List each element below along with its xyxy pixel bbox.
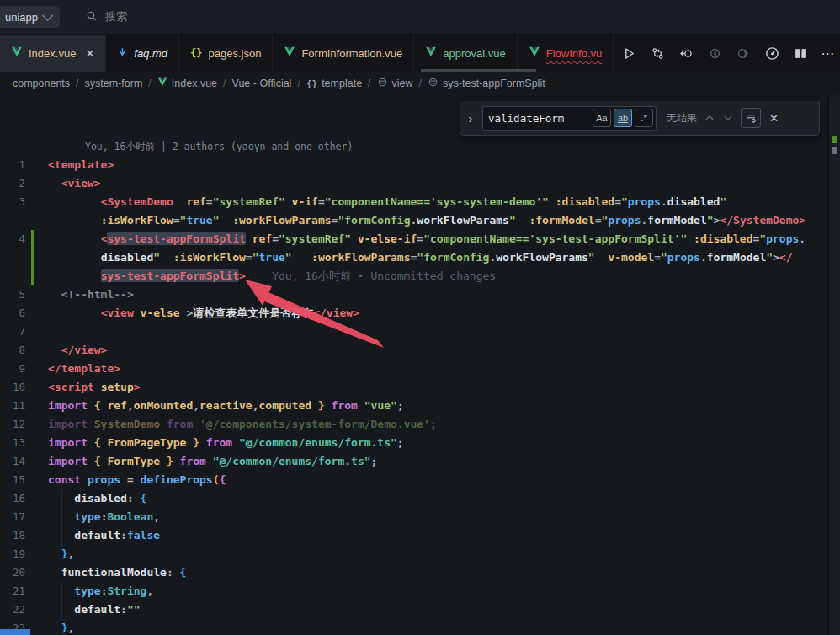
split-editor-icon[interactable] xyxy=(792,45,809,61)
line-number: 2 xyxy=(0,174,25,193)
source-control-graph-icon[interactable] xyxy=(649,45,666,61)
breadcrumb-separator: / xyxy=(76,77,78,89)
vue-icon xyxy=(529,46,540,60)
git-change-bar xyxy=(31,248,34,267)
breadcrumb-separator: / xyxy=(148,77,151,89)
tab-approval-vue[interactable]: approval.vue xyxy=(414,35,517,72)
tab-faq-md[interactable]: faq.md xyxy=(106,35,179,72)
more-actions-icon[interactable]: ⋯ xyxy=(821,45,835,61)
code-line[interactable]: 3 <SystemDemo ref="systemRef" v-if="comp… xyxy=(0,193,840,211)
code-line[interactable]: 19 }, xyxy=(0,545,840,563)
close-icon[interactable]: ✕ xyxy=(769,112,779,125)
editor[interactable]: › Aa ab .* 无结果 ✕ You, 16小时前 | 2 authors … xyxy=(0,95,840,635)
code-line[interactable]: 2 <view> xyxy=(0,174,840,193)
line-number: 20 xyxy=(0,563,25,582)
overview-mark-added xyxy=(832,136,837,143)
line-number: 15 xyxy=(0,471,25,489)
navigate-back-icon[interactable] xyxy=(706,45,723,61)
run-icon[interactable] xyxy=(620,45,637,61)
tab-flowinfo-vue[interactable]: FlowInfo.vu xyxy=(518,35,614,72)
line-number: 8 xyxy=(0,341,25,360)
find-next-icon[interactable] xyxy=(722,112,734,124)
breadcrumb-item[interactable]: {} template xyxy=(306,77,362,89)
global-search[interactable]: 搜索 xyxy=(86,9,127,24)
code-line[interactable]: 10<script setup> xyxy=(0,378,840,397)
whole-word-toggle[interactable]: ab xyxy=(614,109,632,127)
symbol-icon xyxy=(428,77,439,90)
code-line[interactable]: 1<template> xyxy=(0,156,840,174)
breadcrumb-item[interactable]: components xyxy=(13,77,70,89)
open-changes-icon[interactable] xyxy=(678,45,694,61)
run-and-debug-icon[interactable] xyxy=(763,45,780,61)
code-line[interactable]: :isWorkFlow="true" :workFlowParams="form… xyxy=(0,211,840,230)
breadcrumb-item[interactable]: view xyxy=(377,77,413,90)
code-line[interactable]: 13import { FromPageType } from "@/common… xyxy=(0,434,840,452)
symbol-icon xyxy=(377,77,388,90)
code-line[interactable]: 12import SystemDemo from '@/components/s… xyxy=(0,415,840,434)
vue-icon xyxy=(425,46,437,60)
codelens-row[interactable]: You, 16小时前 | 2 authors (yaoyn and one ot… xyxy=(0,137,840,156)
search-icon xyxy=(86,10,98,24)
match-case-toggle[interactable]: Aa xyxy=(593,109,611,127)
navigate-forward-icon[interactable] xyxy=(735,45,752,61)
line-number: 17 xyxy=(0,508,25,526)
code-line[interactable]: 8 </view> xyxy=(0,341,840,360)
find-results-count: 无结果 xyxy=(667,111,697,125)
git-change-bar xyxy=(31,267,34,285)
code-line[interactable]: 18 default:false xyxy=(0,526,840,545)
line-number: 7 xyxy=(0,323,25,341)
indent-guide xyxy=(51,323,51,341)
code-line[interactable]: 22 default:"" xyxy=(0,600,840,619)
breadcrumb-separator: / xyxy=(223,77,226,89)
breadcrumb-separator: / xyxy=(419,77,422,89)
code-line[interactable]: sys-test-appFormSplit> You, 16小时前 • Unco… xyxy=(0,267,840,285)
tabbar-scrollbar[interactable] xyxy=(421,69,536,72)
editor-scrollbar[interactable] xyxy=(828,95,840,635)
code-line[interactable]: 21 type:String, xyxy=(0,582,840,600)
line-number: 1 xyxy=(0,156,25,174)
breadcrumb-item[interactable]: system-form xyxy=(85,77,143,89)
code-line[interactable]: 20 functionalModule: { xyxy=(0,563,840,582)
code-line[interactable]: 17 type:Boolean, xyxy=(0,508,840,526)
breadcrumb-item[interactable]: Index.vue xyxy=(157,77,217,89)
regex-toggle[interactable]: .* xyxy=(635,109,653,127)
find-input-box: Aa ab .* xyxy=(482,106,657,131)
close-icon[interactable]: ✕ xyxy=(85,47,94,60)
breadcrumb: components / system-form / Index.vue / V… xyxy=(0,72,840,95)
line-number: 4 xyxy=(0,230,25,248)
line-number: 13 xyxy=(0,434,25,452)
code-line[interactable]: 9</template> xyxy=(0,360,840,378)
code-line[interactable]: 16 disabled: { xyxy=(0,489,840,508)
tab-forminformation-vue[interactable]: FormInformation.vue xyxy=(273,35,414,72)
code-line[interactable]: disabled" :isWorkFlow="true" :workFlowPa… xyxy=(0,248,840,267)
code-line[interactable]: 23 }, xyxy=(0,619,840,635)
tab-label: faq.md xyxy=(134,47,167,60)
code-line[interactable]: 7 xyxy=(0,323,840,341)
project-name: uniapp xyxy=(5,11,38,24)
code-line[interactable]: 11import { ref,onMounted,reactive,comput… xyxy=(0,397,840,415)
code-line[interactable]: 6 <view v-else >请检查表单文件是否存在</view> xyxy=(0,304,840,323)
overview-mark-info xyxy=(832,147,837,154)
code-line[interactable]: 15const props = defineProps({ xyxy=(0,471,840,489)
find-expand-chevron-icon[interactable]: › xyxy=(465,111,476,125)
line-number: 22 xyxy=(0,600,25,619)
json-icon: {} xyxy=(190,47,202,59)
titlebar-divider xyxy=(72,10,72,24)
find-input[interactable] xyxy=(483,112,590,125)
tab-pages-json[interactable]: {} pages.json xyxy=(179,35,273,72)
code-area: You, 16小时前 | 2 authors (yaoyn and one ot… xyxy=(0,137,840,635)
vscode-window: uniapp 搜索 Index.vue ✕ faq.md {} pages.js… xyxy=(0,0,840,635)
line-number: 21 xyxy=(0,582,25,600)
breadcrumb-item[interactable]: Vue - Official xyxy=(232,77,292,89)
code-line[interactable]: 14import { FormType } from "@/common/enu… xyxy=(0,452,840,471)
find-in-selection-icon[interactable] xyxy=(741,108,761,128)
search-placeholder: 搜索 xyxy=(105,9,127,24)
breadcrumb-item[interactable]: sys-test-appFormSplit xyxy=(428,77,545,90)
code-line[interactable]: 5 <!--html--> xyxy=(0,285,840,304)
project-switcher[interactable]: uniapp xyxy=(0,6,60,28)
vue-icon xyxy=(284,46,295,60)
code-line[interactable]: 4 <sys-test-appFormSplit ref="systemRef"… xyxy=(0,230,840,248)
tab-index-vue[interactable]: Index.vue ✕ xyxy=(0,35,106,72)
find-previous-icon[interactable] xyxy=(704,112,715,124)
tab-label: FlowInfo.vu xyxy=(546,47,602,60)
